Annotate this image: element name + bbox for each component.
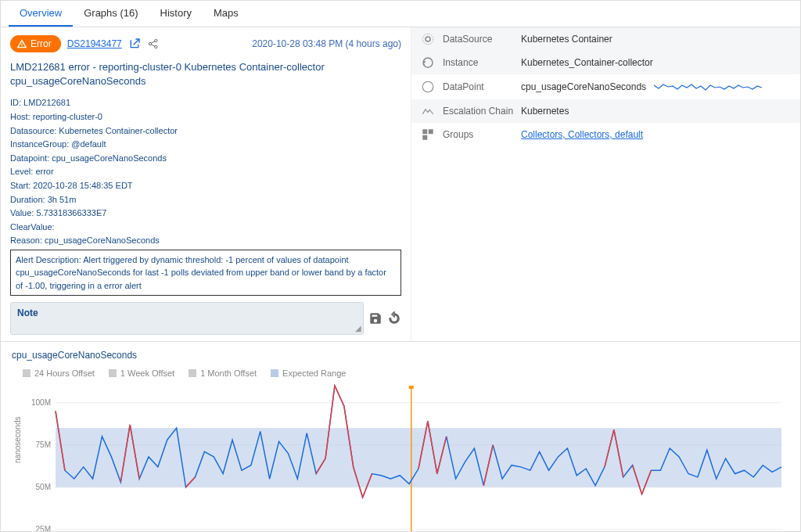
datapoint-label: DataPoint [443,81,521,92]
chart-title: cpu_usageCoreNanoSeconds [12,350,789,361]
svg-point-0 [149,42,151,45]
svg-point-4 [422,34,433,45]
detail-id: ID: LMD212681 [10,96,401,110]
resize-handle-icon[interactable]: ◢ [355,324,361,332]
svg-text:75M: 75M [36,440,51,449]
svg-text:100M: 100M [31,398,51,407]
instance-value: Kubernetes_Container-collector [521,57,653,68]
datapoint-value: cpu_usageCoreNanoSeconds [521,81,646,92]
svg-text:25M: 25M [36,525,51,532]
legend-range[interactable]: Expected Range [271,368,346,378]
chart-ylabel: nanoseconds [13,417,22,464]
alert-timestamp: 2020-10-28 03:48 PM (4 hours ago) [252,38,401,49]
detail-reason: Reason: cpu_usageCoreNanoSeconds [10,234,401,248]
svg-rect-33 [409,386,414,389]
datasource-label: DataSource [443,34,521,45]
datasource-icon [421,32,435,46]
metadata-panel: DataSource Kubernetes Container Instance… [411,27,800,341]
detail-value: Value: 5.73318366333E7 [10,207,401,221]
detail-duration: Duration: 3h 51m [10,193,401,207]
svg-point-5 [422,81,433,92]
svg-rect-7 [429,129,433,134]
external-link-icon[interactable] [128,38,141,50]
detail-host: Host: reporting-cluster-0 [10,110,401,124]
tab-overview[interactable]: Overview [9,1,73,27]
instance-label: Instance [443,57,521,68]
groups-link[interactable]: Collectors, Collectors, default [521,129,643,140]
legend-1w[interactable]: 1 Week Offset [109,368,174,378]
svg-point-2 [154,45,156,48]
chart-legend: 24 Hours Offset 1 Week Offset 1 Month Of… [23,368,789,378]
tab-history[interactable]: History [149,1,203,27]
error-badge: Error [10,35,61,52]
escalation-icon [421,104,435,118]
detail-clear-value: ClearValue: [10,221,401,235]
svg-point-3 [426,37,430,41]
chart-svg[interactable]: 025M50M75M100M15:2015:2515:3015:3515:401… [23,384,789,532]
save-icon[interactable] [368,311,383,325]
detail-datapoint: Datapoint: cpu_usageCoreNanoSeconds [10,152,401,166]
detail-instance-group: InstanceGroup: @default [10,138,401,152]
groups-label: Groups [443,129,521,140]
svg-rect-6 [422,129,427,134]
ds-id-link[interactable]: DS21943477 [67,38,122,49]
svg-rect-31 [56,428,781,487]
error-badge-label: Error [31,38,52,49]
share-icon[interactable] [147,38,160,50]
tab-graphs[interactable]: Graphs (16) [73,1,149,27]
svg-rect-8 [422,135,427,140]
detail-start: Start: 2020-10-28 15:48:35 EDT [10,179,401,193]
sparkline [654,79,763,95]
alert-description: Alert Description: Alert triggered by dy… [10,250,401,297]
note-input[interactable]: Note ◢ [10,302,364,335]
refresh-icon[interactable] [387,311,401,325]
detail-datasource: Datasource: Kubernetes Container-collect… [10,124,401,138]
legend-24h[interactable]: 24 Hours Offset [23,368,95,378]
note-label: Note [17,307,38,318]
groups-icon [421,128,435,142]
svg-point-1 [154,39,156,41]
alert-details: ID: LMD212681 Host: reporting-cluster-0 … [10,96,401,248]
svg-text:50M: 50M [36,483,51,491]
datapoint-icon [421,80,435,94]
escalation-label: Escalation Chain [443,106,521,117]
alert-title: LMD212681 error - reporting-cluster-0 Ku… [10,60,401,88]
tab-maps[interactable]: Maps [203,1,250,27]
escalation-value: Kubernetes [521,106,569,117]
instance-icon [421,56,435,70]
tabs-bar: Overview Graphs (16) History Maps [1,1,800,27]
datasource-value: Kubernetes Container [521,34,612,45]
detail-level: Level: error [10,165,401,179]
legend-1m[interactable]: 1 Month Offset [189,368,257,378]
warning-icon [16,38,27,49]
